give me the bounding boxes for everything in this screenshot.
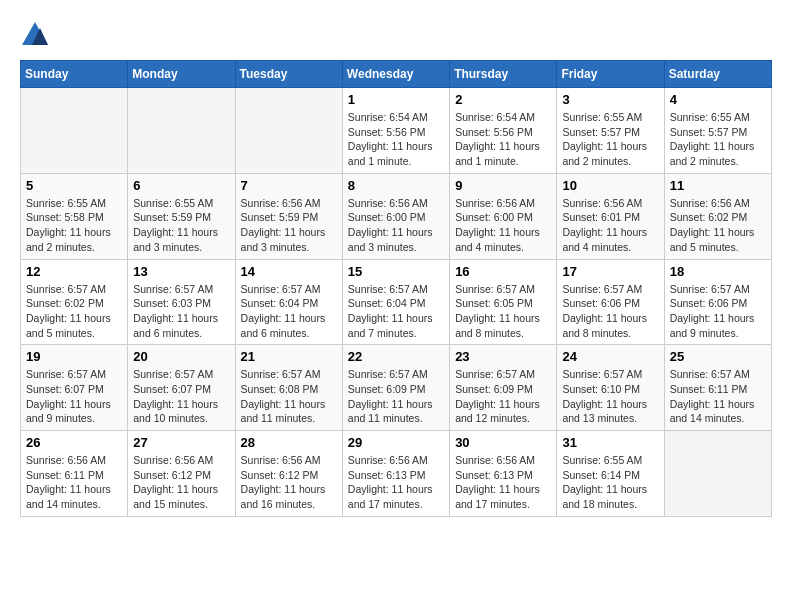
day-number: 3 [562,92,658,107]
day-number: 8 [348,178,444,193]
day-info: Sunrise: 6:57 AM Sunset: 6:11 PM Dayligh… [670,367,766,426]
day-number: 5 [26,178,122,193]
calendar-cell: 22Sunrise: 6:57 AM Sunset: 6:09 PM Dayli… [342,345,449,431]
day-number: 1 [348,92,444,107]
day-number: 28 [241,435,337,450]
day-info: Sunrise: 6:57 AM Sunset: 6:06 PM Dayligh… [670,282,766,341]
calendar-cell: 8Sunrise: 6:56 AM Sunset: 6:00 PM Daylig… [342,173,449,259]
day-number: 26 [26,435,122,450]
weekday-header: Sunday [21,61,128,88]
day-info: Sunrise: 6:57 AM Sunset: 6:07 PM Dayligh… [133,367,229,426]
weekday-header: Wednesday [342,61,449,88]
calendar-cell: 25Sunrise: 6:57 AM Sunset: 6:11 PM Dayli… [664,345,771,431]
calendar-cell [235,88,342,174]
day-info: Sunrise: 6:57 AM Sunset: 6:09 PM Dayligh… [455,367,551,426]
calendar-cell: 16Sunrise: 6:57 AM Sunset: 6:05 PM Dayli… [450,259,557,345]
day-info: Sunrise: 6:57 AM Sunset: 6:04 PM Dayligh… [348,282,444,341]
day-number: 18 [670,264,766,279]
day-number: 13 [133,264,229,279]
day-info: Sunrise: 6:56 AM Sunset: 6:13 PM Dayligh… [348,453,444,512]
day-number: 7 [241,178,337,193]
day-number: 24 [562,349,658,364]
day-number: 12 [26,264,122,279]
calendar-cell: 4Sunrise: 6:55 AM Sunset: 5:57 PM Daylig… [664,88,771,174]
day-number: 17 [562,264,658,279]
day-info: Sunrise: 6:57 AM Sunset: 6:04 PM Dayligh… [241,282,337,341]
weekday-header: Monday [128,61,235,88]
day-number: 10 [562,178,658,193]
calendar-cell: 17Sunrise: 6:57 AM Sunset: 6:06 PM Dayli… [557,259,664,345]
day-info: Sunrise: 6:57 AM Sunset: 6:08 PM Dayligh… [241,367,337,426]
calendar-cell: 6Sunrise: 6:55 AM Sunset: 5:59 PM Daylig… [128,173,235,259]
weekday-header: Saturday [664,61,771,88]
calendar-cell: 1Sunrise: 6:54 AM Sunset: 5:56 PM Daylig… [342,88,449,174]
calendar-cell: 3Sunrise: 6:55 AM Sunset: 5:57 PM Daylig… [557,88,664,174]
day-number: 6 [133,178,229,193]
day-number: 30 [455,435,551,450]
day-info: Sunrise: 6:54 AM Sunset: 5:56 PM Dayligh… [348,110,444,169]
calendar-cell: 30Sunrise: 6:56 AM Sunset: 6:13 PM Dayli… [450,431,557,517]
day-info: Sunrise: 6:57 AM Sunset: 6:06 PM Dayligh… [562,282,658,341]
day-info: Sunrise: 6:56 AM Sunset: 6:02 PM Dayligh… [670,196,766,255]
day-number: 22 [348,349,444,364]
day-number: 20 [133,349,229,364]
day-info: Sunrise: 6:57 AM Sunset: 6:03 PM Dayligh… [133,282,229,341]
day-number: 27 [133,435,229,450]
day-info: Sunrise: 6:57 AM Sunset: 6:10 PM Dayligh… [562,367,658,426]
calendar-cell [128,88,235,174]
day-number: 4 [670,92,766,107]
day-info: Sunrise: 6:56 AM Sunset: 6:00 PM Dayligh… [348,196,444,255]
calendar-cell [664,431,771,517]
logo [20,20,54,50]
day-info: Sunrise: 6:56 AM Sunset: 6:12 PM Dayligh… [241,453,337,512]
logo-icon [20,20,50,50]
day-number: 29 [348,435,444,450]
calendar-cell: 28Sunrise: 6:56 AM Sunset: 6:12 PM Dayli… [235,431,342,517]
calendar-cell: 9Sunrise: 6:56 AM Sunset: 6:00 PM Daylig… [450,173,557,259]
day-number: 25 [670,349,766,364]
day-info: Sunrise: 6:56 AM Sunset: 6:12 PM Dayligh… [133,453,229,512]
calendar-cell: 2Sunrise: 6:54 AM Sunset: 5:56 PM Daylig… [450,88,557,174]
calendar-cell: 29Sunrise: 6:56 AM Sunset: 6:13 PM Dayli… [342,431,449,517]
day-info: Sunrise: 6:56 AM Sunset: 6:01 PM Dayligh… [562,196,658,255]
calendar-cell: 31Sunrise: 6:55 AM Sunset: 6:14 PM Dayli… [557,431,664,517]
calendar-cell: 7Sunrise: 6:56 AM Sunset: 5:59 PM Daylig… [235,173,342,259]
calendar-cell: 19Sunrise: 6:57 AM Sunset: 6:07 PM Dayli… [21,345,128,431]
day-number: 16 [455,264,551,279]
calendar-cell: 21Sunrise: 6:57 AM Sunset: 6:08 PM Dayli… [235,345,342,431]
day-info: Sunrise: 6:55 AM Sunset: 5:57 PM Dayligh… [670,110,766,169]
day-number: 23 [455,349,551,364]
day-number: 14 [241,264,337,279]
day-info: Sunrise: 6:54 AM Sunset: 5:56 PM Dayligh… [455,110,551,169]
day-number: 19 [26,349,122,364]
day-number: 2 [455,92,551,107]
calendar-cell [21,88,128,174]
day-number: 15 [348,264,444,279]
calendar-cell: 18Sunrise: 6:57 AM Sunset: 6:06 PM Dayli… [664,259,771,345]
day-number: 9 [455,178,551,193]
day-info: Sunrise: 6:57 AM Sunset: 6:09 PM Dayligh… [348,367,444,426]
day-info: Sunrise: 6:57 AM Sunset: 6:07 PM Dayligh… [26,367,122,426]
day-info: Sunrise: 6:56 AM Sunset: 6:13 PM Dayligh… [455,453,551,512]
calendar: SundayMondayTuesdayWednesdayThursdayFrid… [20,60,772,517]
day-info: Sunrise: 6:57 AM Sunset: 6:05 PM Dayligh… [455,282,551,341]
day-number: 21 [241,349,337,364]
day-info: Sunrise: 6:55 AM Sunset: 5:59 PM Dayligh… [133,196,229,255]
day-info: Sunrise: 6:56 AM Sunset: 6:00 PM Dayligh… [455,196,551,255]
calendar-cell: 14Sunrise: 6:57 AM Sunset: 6:04 PM Dayli… [235,259,342,345]
day-info: Sunrise: 6:56 AM Sunset: 6:11 PM Dayligh… [26,453,122,512]
calendar-cell: 10Sunrise: 6:56 AM Sunset: 6:01 PM Dayli… [557,173,664,259]
day-info: Sunrise: 6:56 AM Sunset: 5:59 PM Dayligh… [241,196,337,255]
calendar-cell: 12Sunrise: 6:57 AM Sunset: 6:02 PM Dayli… [21,259,128,345]
calendar-cell: 24Sunrise: 6:57 AM Sunset: 6:10 PM Dayli… [557,345,664,431]
calendar-cell: 11Sunrise: 6:56 AM Sunset: 6:02 PM Dayli… [664,173,771,259]
day-info: Sunrise: 6:55 AM Sunset: 6:14 PM Dayligh… [562,453,658,512]
calendar-cell: 13Sunrise: 6:57 AM Sunset: 6:03 PM Dayli… [128,259,235,345]
calendar-cell: 15Sunrise: 6:57 AM Sunset: 6:04 PM Dayli… [342,259,449,345]
day-number: 31 [562,435,658,450]
day-info: Sunrise: 6:55 AM Sunset: 5:57 PM Dayligh… [562,110,658,169]
header [20,20,772,50]
calendar-cell: 23Sunrise: 6:57 AM Sunset: 6:09 PM Dayli… [450,345,557,431]
calendar-cell: 26Sunrise: 6:56 AM Sunset: 6:11 PM Dayli… [21,431,128,517]
day-info: Sunrise: 6:55 AM Sunset: 5:58 PM Dayligh… [26,196,122,255]
